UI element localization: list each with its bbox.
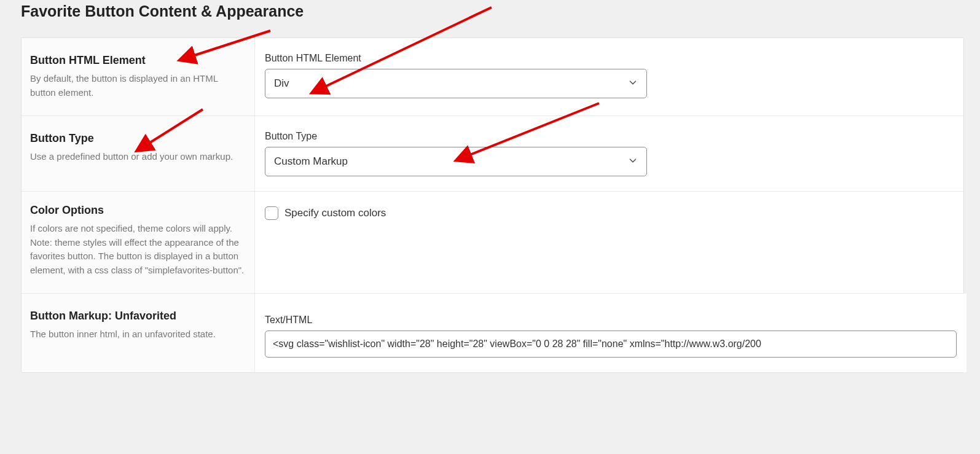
select-wrap: Custom Markup (265, 147, 647, 176)
setting-desc: If colors are not specified, theme color… (30, 222, 246, 277)
row-left: Button Markup: Unfavorited The button in… (22, 294, 255, 372)
setting-desc: By default, the button is displayed in a… (30, 72, 246, 100)
field-label: Button Type (265, 131, 954, 142)
page-title: Favorite Button Content & Appearance (0, 0, 980, 20)
specify-custom-colors-checkbox[interactable] (265, 206, 278, 220)
row-right: Button HTML Element Div (255, 38, 963, 115)
button-type-select[interactable]: Custom Markup (265, 147, 647, 176)
field-label: Text/HTML (265, 315, 957, 326)
settings-page: Favorite Button Content & Appearance But… (0, 0, 980, 454)
row-button-markup-unfavorited: Button Markup: Unfavorited The button in… (22, 294, 963, 372)
setting-heading: Button HTML Element (30, 54, 246, 67)
row-right: Text/HTML (255, 294, 966, 372)
row-button-type: Button Type Use a predefined button or a… (22, 116, 963, 192)
row-button-html-element: Button HTML Element By default, the butt… (22, 38, 963, 116)
row-right: Specify custom colors (255, 192, 963, 293)
button-markup-unfavorited-input[interactable] (265, 331, 957, 358)
checkbox-label: Specify custom colors (284, 207, 386, 219)
settings-panel: Button HTML Element By default, the butt… (21, 37, 964, 373)
field-label: Button HTML Element (265, 53, 954, 64)
row-left: Button HTML Element By default, the butt… (22, 38, 255, 115)
setting-heading: Button Type (30, 132, 246, 145)
setting-heading: Color Options (30, 204, 246, 217)
row-left: Color Options If colors are not specifie… (22, 192, 255, 293)
row-color-options: Color Options If colors are not specifie… (22, 192, 963, 294)
row-left: Button Type Use a predefined button or a… (22, 116, 255, 191)
checkbox-line: Specify custom colors (265, 206, 954, 220)
select-wrap: Div (265, 69, 647, 98)
setting-heading: Button Markup: Unfavorited (30, 310, 246, 323)
setting-desc: Use a predefined button or add your own … (30, 150, 246, 164)
button-html-element-select[interactable]: Div (265, 69, 647, 98)
setting-desc: The button inner html, in an unfavorited… (30, 327, 246, 342)
row-right: Button Type Custom Markup (255, 116, 963, 191)
